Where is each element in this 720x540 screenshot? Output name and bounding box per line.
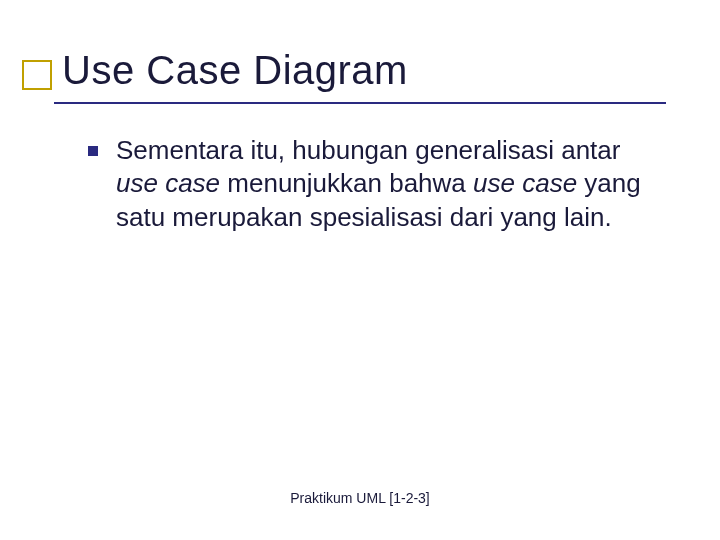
slide-footer: Praktikum UML [1-2-3] <box>0 490 720 506</box>
title-underline <box>54 102 666 104</box>
slide: Use Case Diagram Sementara itu, hubungan… <box>0 0 720 540</box>
slide-title: Use Case Diagram <box>62 48 408 93</box>
accent-square-icon <box>22 60 52 90</box>
body-text: Sementara itu, hubungan generalisasi ant… <box>84 134 664 234</box>
bullet-paragraph: Sementara itu, hubungan generalisasi ant… <box>116 134 664 234</box>
text-italic: use case <box>116 168 220 198</box>
text-segment: menunjukkan bahwa <box>220 168 473 198</box>
text-italic: use case <box>473 168 577 198</box>
text-segment: Sementara itu, hubungan generalisasi ant… <box>116 135 620 165</box>
